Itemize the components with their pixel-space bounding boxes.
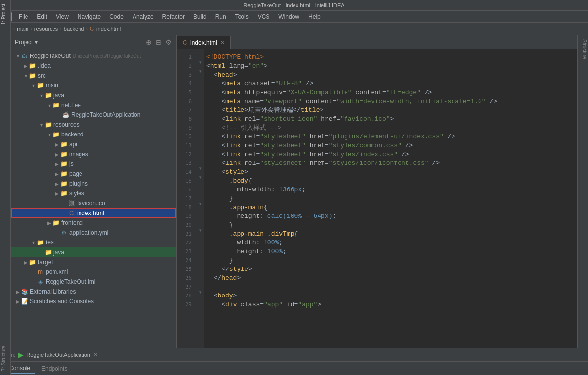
tree-arrow-scratches[interactable]: ▶ <box>15 299 21 304</box>
gutter-21[interactable]: ▾ <box>196 226 204 235</box>
tree-arrow-netlee[interactable]: ▾ <box>46 103 52 108</box>
editor-tab-indexhtml[interactable]: ⬡ index.html ✕ <box>177 36 231 49</box>
tree-item-testjava[interactable]: 📁 java <box>11 247 176 257</box>
tree-item-images[interactable]: ▶ 📁 images <box>11 149 176 159</box>
line-num-4: 4 <box>177 80 196 88</box>
menu-build[interactable]: Build <box>189 12 211 21</box>
html-file-icon: ⬡ <box>90 26 95 32</box>
fold-icon-2[interactable]: ▾ <box>199 60 202 65</box>
gutter-2[interactable]: ▾ <box>196 58 204 67</box>
fold-icon-28[interactable]: ▾ <box>199 290 202 295</box>
sidebar-btn-locate[interactable]: ⊕ <box>145 38 153 46</box>
tab-project[interactable]: 1: Project <box>0 0 10 28</box>
breadcrumb-backend[interactable]: backend <box>64 26 84 32</box>
tree-item-page[interactable]: ▶ 📁 page <box>11 169 176 179</box>
right-tab-structure[interactable]: Structure <box>578 35 588 63</box>
gutter-18[interactable]: ▾ <box>196 199 204 208</box>
fold-icon-14[interactable]: ▾ <box>199 166 202 171</box>
run-close-btn[interactable]: ✕ <box>93 352 97 357</box>
tree-arrow-images[interactable]: ▶ <box>54 152 60 157</box>
tree-arrow-idea[interactable]: ▶ <box>23 63 28 69</box>
tree-arrow-plugins[interactable]: ▶ <box>54 181 60 187</box>
fold-icon-18[interactable]: ▾ <box>199 201 202 206</box>
gutter-14[interactable]: ▾ <box>196 164 204 173</box>
tree-item-iml[interactable]: ◈ ReggieTakeOut.iml <box>11 277 176 287</box>
breadcrumb-file[interactable]: ⬡ index.html <box>90 26 121 32</box>
menu-help[interactable]: Help <box>304 12 324 21</box>
tree-item-pomxml[interactable]: m pom.xml <box>11 267 176 277</box>
tree-arrow-target[interactable]: ▶ <box>23 260 28 265</box>
tree-arrow-frontend[interactable]: ▶ <box>46 220 52 226</box>
tab-close-btn[interactable]: ✕ <box>220 40 224 45</box>
tree-arrow-resources[interactable]: ▾ <box>38 122 44 128</box>
menu-edit[interactable]: Edit <box>33 12 51 21</box>
tree-item-appyml[interactable]: ⚙ application.yml <box>11 228 176 238</box>
editor-area: ⬡ index.html ✕ 1 2 3 4 5 6 7 8 9 10 11 1… <box>177 35 577 348</box>
line-num-26: 26 <box>177 274 196 283</box>
gutter-15[interactable]: ▾ <box>196 173 204 182</box>
tree-item-reggieapp[interactable]: ☕ ReggieTakeOutApplication <box>11 110 176 120</box>
code-content[interactable]: <!DOCTYPE html> <html lang="en"> <head> … <box>204 49 577 348</box>
tree-arrow-java[interactable]: ▾ <box>38 93 44 98</box>
tree-item-idea[interactable]: ▶ 📁 .idea <box>11 61 176 71</box>
fold-icon-3[interactable]: ▾ <box>199 69 202 74</box>
code-line-24: } <box>206 256 575 265</box>
tree-item-test[interactable]: ▾ 📁 test <box>11 238 176 247</box>
tree-item-resources[interactable]: ▾ 📁 resources <box>11 120 176 130</box>
tree-item-extlibs[interactable]: ▶ 📚 External Libraries <box>11 287 176 296</box>
tree-arrow-page[interactable]: ▶ <box>54 171 60 177</box>
tree-arrow-main[interactable]: ▾ <box>30 83 36 88</box>
tree-arrow-backend[interactable]: ▾ <box>46 132 52 137</box>
tree-item-src[interactable]: ▾ 📁 src <box>11 71 176 80</box>
gutter-28[interactable]: ▾ <box>196 288 204 296</box>
tree-arrow-root[interactable]: ▾ <box>15 54 21 59</box>
sidebar-btn-settings[interactable]: ⚙ <box>164 38 172 46</box>
menu-file[interactable]: File <box>15 12 32 21</box>
ico-file-icon: 🖼 <box>68 199 76 207</box>
code-line-23: height: 100%; <box>206 247 575 256</box>
left-tab-strip: 1: Project 7: Structure <box>0 0 11 375</box>
menu-vcs[interactable]: VCS <box>254 12 274 21</box>
tree-arrow-test[interactable]: ▾ <box>30 240 36 245</box>
fold-icon-15[interactable]: ▾ <box>199 175 202 180</box>
breadcrumb-resources[interactable]: resources <box>34 26 58 32</box>
menu-analyze[interactable]: Analyze <box>129 12 158 21</box>
tree-arrow-extlibs[interactable]: ▶ <box>15 289 21 295</box>
menu-view[interactable]: View <box>52 12 73 21</box>
menu-code[interactable]: Code <box>106 12 128 21</box>
breadcrumb-main[interactable]: main <box>17 26 28 32</box>
gutter-16 <box>196 182 204 190</box>
fold-icon-21[interactable]: ▾ <box>199 228 202 233</box>
tree-arrow-js[interactable]: ▶ <box>54 161 60 167</box>
tree-item-faviconico[interactable]: 🖼 favicon.ico <box>11 198 176 208</box>
tree-item-target[interactable]: ▶ 📁 target <box>11 257 176 267</box>
code-line-5: <meta http-equiv="X-UA-Compatible" conte… <box>206 88 575 97</box>
sidebar-btn-collapse[interactable]: ⊟ <box>155 38 162 46</box>
tree-item-java[interactable]: ▾ 📁 java <box>11 90 176 100</box>
gutter-3[interactable]: ▾ <box>196 67 204 76</box>
tree-item-js[interactable]: ▶ 📁 js <box>11 159 176 169</box>
menu-window[interactable]: Window <box>274 12 303 21</box>
menu-refactor[interactable]: Refactor <box>159 12 188 21</box>
gutter-9 <box>196 120 204 129</box>
tree-item-netlee[interactable]: ▾ 📁 net.Lee <box>11 100 176 110</box>
tree-item-plugins[interactable]: ▶ 📁 plugins <box>11 179 176 188</box>
tree-item-api[interactable]: ▶ 📁 api <box>11 139 176 149</box>
tree-arrow-src[interactable]: ▾ <box>23 73 28 79</box>
tree-item-scratches[interactable]: ▶ 📝 Scratches and Consoles <box>11 296 176 306</box>
tree-arrow-styles[interactable]: ▶ <box>54 191 60 196</box>
menu-run[interactable]: Run <box>212 12 230 21</box>
bottom-tab-endpoints[interactable]: Endpoints <box>36 364 72 373</box>
tab-structure[interactable]: 7: Structure <box>0 342 10 375</box>
code-line-4: <meta charset="UTF-8" /> <box>206 80 575 88</box>
tree-arrow-api[interactable]: ▶ <box>54 142 60 147</box>
tree-item-indexhtml[interactable]: ⬡ index.html <box>11 208 176 218</box>
tree-item-backend[interactable]: ▾ 📁 backend <box>11 130 176 139</box>
menu-navigate[interactable]: Navigate <box>74 12 105 21</box>
tree-item-root[interactable]: ▾ 🗂 ReggieTakeOut D:\ideaProjects\Reggie… <box>11 51 176 61</box>
menu-tools[interactable]: Tools <box>231 12 253 21</box>
line-num-10: 10 <box>177 133 196 141</box>
tree-item-main[interactable]: ▾ 📁 main <box>11 80 176 90</box>
tree-item-frontend[interactable]: ▶ 📁 frontend <box>11 218 176 228</box>
tree-item-styles[interactable]: ▶ 📁 styles <box>11 188 176 198</box>
